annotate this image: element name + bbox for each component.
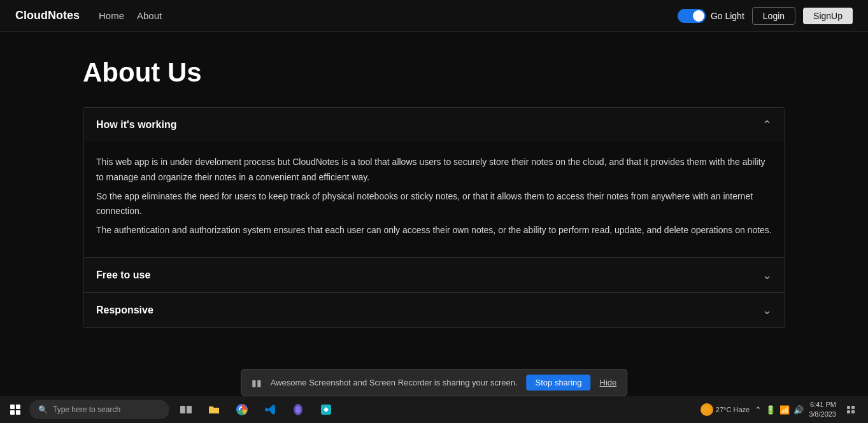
toggle-knob [693,10,704,22]
chrome-button[interactable] [229,398,255,421]
accordion-header-how-it-works[interactable]: How it's working ⌃ [83,108,785,142]
vscode-button[interactable] [257,398,283,421]
chevron-up-tray[interactable]: ⌃ [755,405,762,415]
weather-display: 27°C Haze [701,403,750,416]
vscode-icon [264,403,276,416]
start-button[interactable] [3,398,28,421]
accordion-text-2: So the app eliminates the need for users… [96,189,772,220]
taskbar-app-icons [173,398,339,421]
svg-point-4 [295,406,301,413]
navbar-right: Go Light Login SignUp [678,7,853,25]
notification-button[interactable] [841,398,860,421]
accordion-title-how-it-works: How it's working [96,119,176,131]
accordion-item-how-it-works: How it's working ⌃ This web app is in un… [83,108,785,258]
svg-rect-9 [851,410,855,413]
notification-icon [846,405,855,414]
chrome-icon [236,403,248,416]
app5-button[interactable] [313,398,339,421]
nav-home[interactable]: Home [99,10,124,21]
share-icon: ▮▮ [252,378,262,388]
search-placeholder: Type here to search [53,405,120,414]
folder-icon [208,403,220,416]
battery-icon: 🔋 [765,405,776,415]
accordion-text-3: The authentication and authorization sys… [96,223,772,238]
hide-button[interactable]: Hide [600,378,617,387]
chevron-down-icon-free: ⌄ [762,268,772,282]
chevron-down-icon-responsive: ⌄ [762,303,772,317]
nav-about[interactable]: About [137,10,162,21]
main-content: About Us How it's working ⌃ This web app… [0,32,868,354]
obsidian-button[interactable] [285,398,311,421]
accordion-header-responsive[interactable]: Responsive ⌄ [83,293,785,327]
stop-sharing-button[interactable]: Stop sharing [527,375,591,391]
screen-share-banner: ▮▮ Awesome Screenshot and Screen Recorde… [241,369,628,396]
weather-icon [701,403,713,416]
brand-logo: CloudNotes [15,9,80,22]
clock[interactable]: 6:41 PM 3/8/2023 [809,400,836,420]
date-display: 3/8/2023 [809,410,836,419]
accordion-item-free-to-use: Free to use ⌄ [83,258,785,293]
windows-icon [10,405,20,415]
file-explorer-button[interactable] [201,398,227,421]
obsidian-icon [292,403,304,416]
svg-rect-6 [847,406,850,409]
navbar: CloudNotes Home About Go Light Login Sig… [0,0,868,32]
task-view-button[interactable] [173,398,199,421]
page-title: About Us [83,57,785,88]
taskbar-search[interactable]: 🔍 Type here to search [29,400,169,419]
signup-button[interactable]: SignUp [803,8,853,24]
taskbar-right: 27°C Haze ⌃ 🔋 📶 🔊 6:41 PM 3/8/2023 [701,398,865,421]
theme-toggle[interactable] [678,9,706,23]
accordion-body-how-it-works: This web app is in under develoment proc… [83,142,785,257]
speaker-icon[interactable]: 🔊 [793,405,804,415]
accordion-header-free-to-use[interactable]: Free to use ⌄ [83,258,785,292]
taskbar: 🔍 Type here to search [0,396,868,423]
time-display: 6:41 PM [809,400,836,410]
task-view-icon [180,406,192,413]
chevron-up-icon: ⌃ [762,118,772,132]
accordion-item-responsive: Responsive ⌄ [83,293,785,327]
screen-share-message: Awesome Screenshot and Screen Recorder i… [271,378,518,387]
accordion-title-free-to-use: Free to use [96,269,150,281]
theme-toggle-container: Go Light [678,9,744,23]
accordion: How it's working ⌃ This web app is in un… [83,107,785,328]
weather-text: 27°C Haze [716,406,750,413]
app5-icon [320,403,332,416]
nav-links: Home About [99,10,678,21]
login-button[interactable]: Login [752,7,795,25]
system-tray-icons: ⌃ 🔋 📶 🔊 [755,405,804,415]
search-icon: 🔍 [38,405,48,414]
accordion-text-1: This web app is in under develoment proc… [96,155,772,185]
wifi-icon: 📶 [779,405,790,415]
accordion-title-responsive: Responsive [96,305,153,316]
svg-rect-7 [851,406,855,409]
toggle-label: Go Light [711,11,744,21]
svg-rect-8 [847,410,850,413]
